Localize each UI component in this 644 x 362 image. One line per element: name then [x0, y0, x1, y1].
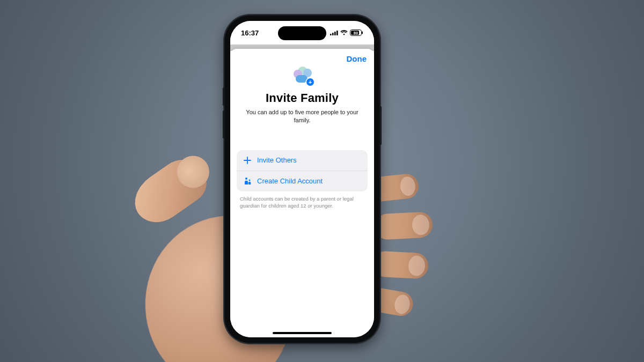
dynamic-island — [278, 26, 326, 40]
plus-icon — [243, 156, 252, 165]
power-button — [380, 106, 382, 145]
cellular-icon — [330, 30, 338, 35]
volume-button-2 — [223, 110, 224, 138]
home-indicator[interactable] — [273, 332, 332, 334]
phone-screen: 16:37 — [230, 21, 374, 337]
svg-rect-6 — [362, 32, 363, 34]
volume-button-1 — [223, 87, 224, 106]
svg-rect-3 — [336, 31, 338, 35]
status-time: 16:37 — [241, 29, 259, 37]
svg-rect-1 — [332, 33, 334, 35]
hero-section: + Invite Family You can add up to five m… — [230, 67, 374, 124]
plus-badge-icon: + — [306, 78, 314, 86]
battery-icon: 80 — [350, 29, 363, 36]
svg-rect-2 — [334, 32, 336, 35]
invite-others-label: Invite Others — [257, 156, 297, 164]
options-list: Invite Others Create Child Account — [237, 150, 368, 191]
photo-stage: 16:37 — [0, 0, 644, 362]
create-child-row[interactable]: Create Child Account — [237, 171, 368, 191]
footnote-text: Child accounts can be created by a paren… — [240, 196, 364, 210]
page-title: Invite Family — [266, 91, 339, 105]
modal-sheet: Done + Invite Family You can add up to f… — [230, 49, 374, 337]
wifi-icon — [340, 30, 348, 35]
family-icon: + — [290, 67, 314, 86]
phone-frame: 16:37 — [224, 15, 380, 343]
svg-point-7 — [245, 178, 247, 180]
svg-point-8 — [248, 180, 250, 181]
invite-others-row[interactable]: Invite Others — [237, 150, 368, 171]
status-indicators: 80 — [330, 29, 363, 36]
create-child-label: Create Child Account — [257, 177, 323, 185]
sheet-nav: Done — [230, 49, 374, 63]
page-subtitle: You can add up to five more people to yo… — [239, 108, 365, 124]
done-button[interactable]: Done — [347, 54, 367, 63]
parent-child-icon — [243, 177, 252, 186]
svg-rect-0 — [330, 34, 332, 35]
battery-level: 80 — [354, 31, 358, 35]
